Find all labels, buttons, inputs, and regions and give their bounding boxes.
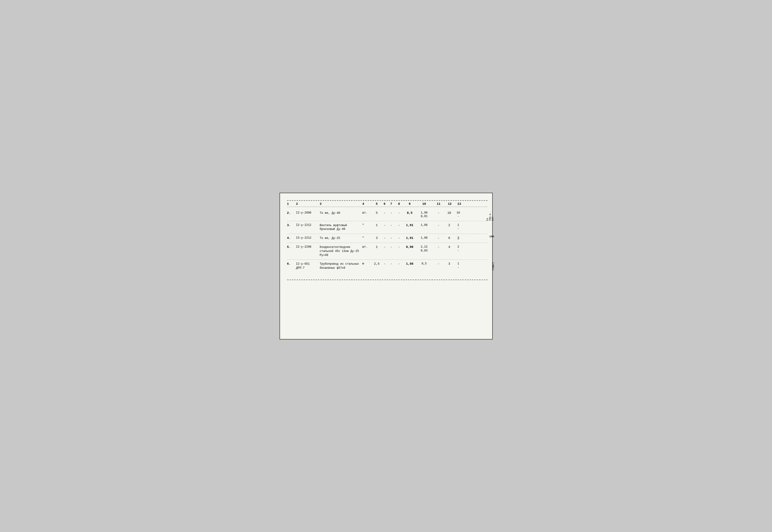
col-h7: 7 <box>388 202 395 206</box>
row-c9-bot: 0,03 <box>421 249 428 253</box>
main-content: 1 2 3 4 5 6 7 8 9 10 11 12 13 2. I2-у-20… <box>287 200 488 280</box>
row-c12-top: 1 <box>458 262 459 266</box>
col-h6: 6 <box>381 202 388 206</box>
row-c8: 8,98 <box>404 245 416 249</box>
row-c10: - <box>433 245 445 249</box>
row-c5: - <box>381 211 388 215</box>
col-h8: 8 <box>395 202 404 206</box>
row-unit: шт. <box>362 211 372 215</box>
row-c12-bot: - <box>458 249 459 253</box>
row-c7: - <box>395 262 404 266</box>
row-c8: 1,08 <box>404 262 416 266</box>
col-h5: 5 <box>372 202 381 206</box>
row-c4: 5 <box>372 211 381 215</box>
row-c9: 1,08 <box>416 236 433 240</box>
row-c9: 2,22 0,03 <box>416 245 433 253</box>
row-num: 3. <box>287 224 296 227</box>
row-num: 5. <box>287 245 296 249</box>
col-h1: 1 <box>287 202 296 206</box>
row-c9-top: 1,08 <box>421 224 428 227</box>
col-h12: 12 <box>445 202 455 206</box>
row-c7: - <box>395 211 404 215</box>
row-code: I2-у-651 ДРП-7 <box>296 262 320 270</box>
row-c8: 8,5 <box>404 211 416 215</box>
row-c4: 1 <box>372 245 381 249</box>
row-num: 2. <box>287 211 296 215</box>
row-c11: 18 <box>445 211 454 215</box>
col-h4: 4 <box>362 202 372 206</box>
row-c4: 2,5 <box>372 262 381 266</box>
row-c11: 2 <box>445 224 454 227</box>
row-c9-bot: 0,01 <box>421 215 428 219</box>
col-h2: 2 <box>296 202 320 206</box>
row-c8: 1,91 <box>404 224 416 227</box>
col-h11: 11 <box>433 202 445 206</box>
row-c12: 1 - <box>454 262 463 269</box>
row-c9-top: 0,5 <box>422 262 427 266</box>
row-c12: 10 - <box>454 211 463 219</box>
row-unit: " <box>362 224 372 227</box>
row-unit: м <box>362 262 372 265</box>
col-header-row: 1 2 3 4 5 6 7 8 9 10 11 12 13 <box>287 201 488 207</box>
row-num: 4. <box>287 236 296 240</box>
row-c12-top: 10 <box>457 211 460 215</box>
row-c12: 1 - <box>454 224 463 231</box>
row-c5: - <box>381 236 388 240</box>
row-c5: - <box>381 262 388 266</box>
row-c5: - <box>381 224 388 227</box>
row-desc: Конденсатоотводчик стальной 45с 13нж Ду-… <box>320 245 362 257</box>
row-c6: - <box>388 245 395 249</box>
row-c12: 3 <box>454 236 463 240</box>
row-c9-top: 1,96 <box>421 211 428 215</box>
row-c6: - <box>388 224 395 227</box>
table-row: 4. I3-у-2212 То же, Ду-25 " 3 - - - 1,91… <box>287 234 488 243</box>
row-desc: То же, Ду-25 <box>320 236 362 240</box>
row-c7: - <box>395 236 404 240</box>
side-label-1: Тл 704.1-157 <box>486 209 494 221</box>
table-row: 5. I2-у-2290 Конденсатоотводчик стальной… <box>287 243 488 260</box>
row-unit: " <box>362 236 372 240</box>
row-c6: - <box>388 236 395 240</box>
row-code: I2-у-2098 <box>296 211 320 215</box>
side-label-6: 7799/7 <box>492 262 495 271</box>
row-c12-bot: - <box>458 227 459 231</box>
row-c11: 4 <box>445 245 454 249</box>
table-row: 3. I2-у-2212 Вентиль муфтовый бронзовый … <box>287 221 488 234</box>
row-c10: - <box>433 236 445 240</box>
row-c12: 2 - <box>454 245 463 253</box>
row-code: I2-у-2212 <box>296 224 320 227</box>
row-c5: - <box>381 245 388 249</box>
table-row: 2. I2-у-2098 То же, Ду-40 шт. 5 - - - 8,… <box>287 209 488 221</box>
col-h10: 10 <box>416 202 433 206</box>
row-code: I2-у-2290 <box>296 245 320 249</box>
row-c6: - <box>388 211 395 215</box>
row-desc: Вентиль муфтовый бронзовый Ду-40 <box>320 224 362 232</box>
row-desc: Трубопровод из стальных бесшовных ф57х8 <box>320 262 362 270</box>
table-row: 6. I2-у-651 ДРП-7 Трубопровод из стальны… <box>287 260 488 273</box>
row-c9: 0,5 <box>416 262 433 266</box>
row-c9-top: 1,08 <box>421 236 428 240</box>
row-c10: - <box>433 211 445 215</box>
row-c7: - <box>395 224 404 227</box>
row-c9: 1,96 0,01 <box>416 211 433 219</box>
row-num: 6. <box>287 262 296 266</box>
col-h13: 13 <box>455 202 464 206</box>
row-c12-top: 1 <box>458 224 459 227</box>
row-desc: То же, Ду-40 <box>320 211 362 215</box>
page-container: 1 2 3 4 5 6 7 8 9 10 11 12 13 2. I2-у-20… <box>279 193 493 340</box>
row-c11: 6 <box>445 236 454 240</box>
row-c10: - <box>433 262 445 266</box>
row-c4: 3 <box>372 236 381 240</box>
row-unit: шт. <box>362 245 372 249</box>
row-c12-top: 3 <box>458 236 459 240</box>
row-c4: 1 <box>372 224 381 227</box>
row-c9-top: 2,22 <box>421 245 428 249</box>
row-c11: 3 <box>445 262 454 266</box>
col-h3: 3 <box>320 202 362 206</box>
row-c8: 1,91 <box>404 236 416 240</box>
row-code: I3-у-2212 <box>296 236 320 240</box>
row-c9: 1,08 <box>416 224 433 227</box>
row-c6: - <box>388 262 395 266</box>
row-c12-bot: - <box>458 266 459 270</box>
col-h9: 9 <box>404 202 416 206</box>
